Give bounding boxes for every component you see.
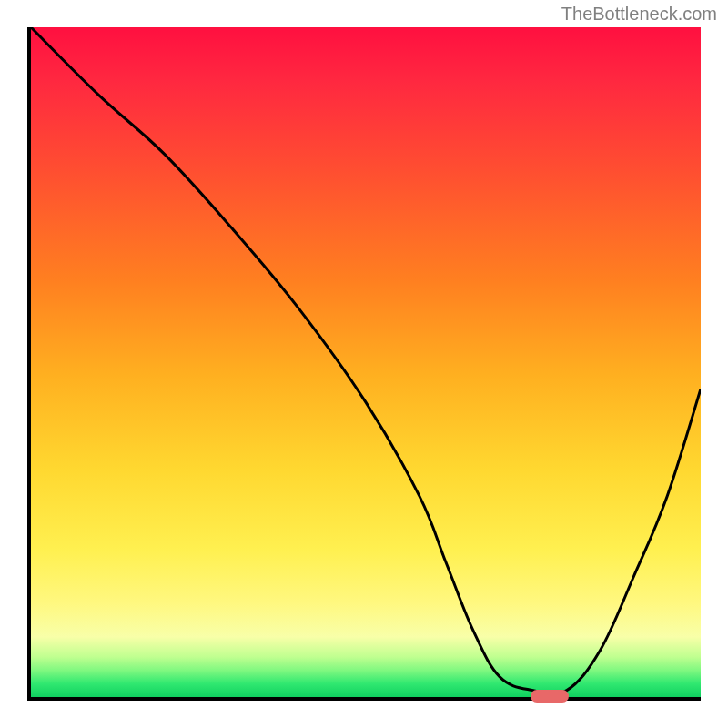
bottleneck-curve: [31, 27, 701, 694]
optimum-marker: [531, 690, 569, 703]
plot-area: [27, 27, 701, 701]
watermark-text: TheBottleneck.com: [561, 4, 717, 25]
curve-svg: [31, 27, 701, 697]
chart-container: TheBottleneck.com: [0, 0, 728, 728]
